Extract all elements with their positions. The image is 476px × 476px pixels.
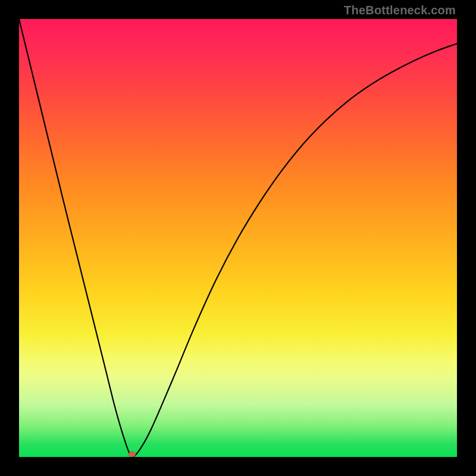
curve-path <box>19 19 457 456</box>
curve-svg <box>19 19 457 457</box>
plot-area <box>19 19 457 457</box>
watermark-text: TheBottleneck.com <box>344 4 456 17</box>
minimum-marker <box>129 452 136 457</box>
chart-frame: TheBottleneck.com <box>0 0 476 476</box>
